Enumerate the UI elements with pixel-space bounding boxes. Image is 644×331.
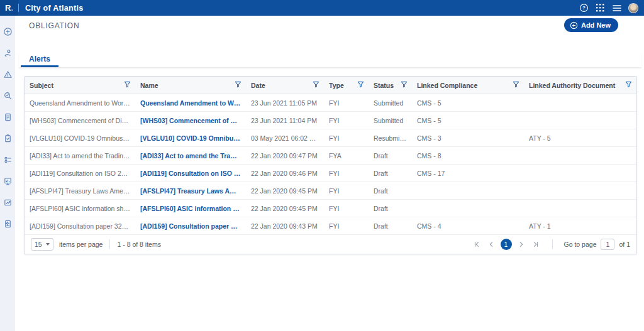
- table-row: [ADI33] Act to amend the Trading (Allowa…: [25, 147, 636, 165]
- filter-icon[interactable]: [313, 81, 319, 89]
- column-header-subject: Subject: [25, 81, 135, 89]
- page-size-select[interactable]: 15: [31, 238, 53, 251]
- add-circle-icon[interactable]: [0, 21, 15, 42]
- table-row: [ADI159] Consultation paper 321 whistleb…: [25, 217, 636, 235]
- alert-name-link[interactable]: Queensland Amendment to Work Health a...: [140, 99, 241, 107]
- cell-status: Resubmitted: [369, 134, 412, 142]
- app-title: City of Atlantis: [25, 4, 84, 13]
- alert-triangle-icon[interactable]: [0, 63, 15, 85]
- cell-type: FYI: [324, 117, 369, 124]
- chart-board-icon[interactable]: [0, 170, 15, 192]
- cell-subject: [ADI159] Consultation paper 321 whistleb…: [25, 222, 135, 230]
- cell-date: 22 Jan 2020 09:45 PM: [246, 205, 324, 212]
- column-label: Linked Authority Document: [529, 82, 615, 89]
- person-service-icon[interactable]: [0, 42, 15, 63]
- filter-icon[interactable]: [401, 81, 408, 89]
- document-settings-icon[interactable]: [0, 213, 15, 234]
- cell-date: 22 Jan 2020 09:45 PM: [246, 187, 324, 195]
- user-avatar[interactable]: [628, 3, 638, 13]
- filter-icon[interactable]: [513, 81, 519, 89]
- last-page-button[interactable]: [531, 239, 541, 249]
- chevron-down-icon: [46, 243, 50, 246]
- column-header-linked-authority-document: Linked Authority Document: [524, 81, 636, 89]
- cell-status: Draft: [369, 187, 412, 195]
- add-new-button[interactable]: Add New: [564, 18, 618, 32]
- filter-icon[interactable]: [357, 81, 364, 89]
- column-header-linked-compliance: Linked Compliance: [412, 81, 524, 89]
- column-header-type: Type: [324, 81, 369, 89]
- first-page-button[interactable]: [472, 239, 482, 249]
- app-logo[interactable]: R.: [0, 0, 18, 16]
- cell-linked-compliance: CMS - 4: [412, 222, 524, 230]
- cell-subject: [AFSLPI47] Treasury Laws Amendment (End.…: [25, 187, 135, 195]
- alert-name-link[interactable]: [AFSLPI47] Treasury Laws Amendment (En..…: [140, 187, 241, 195]
- trend-icon[interactable]: [0, 192, 15, 213]
- clipboard-check-icon[interactable]: [0, 128, 15, 149]
- alert-name-link[interactable]: [ADI159] Consultation paper 321 whistleb…: [140, 222, 241, 230]
- logo-divider: [18, 4, 19, 12]
- table-row: [VLGLU10] COVID-19 Omnibus (Emergency ..…: [25, 129, 636, 147]
- svg-text:?: ?: [582, 5, 586, 11]
- cell-subject: [VLGLU10] COVID-19 Omnibus (Emergency ..…: [25, 134, 135, 142]
- table-row: [WHS03] Commencement of Div 4 Work H... …: [25, 112, 636, 129]
- alert-name-link[interactable]: [ADI119] Consultation on ISO 20022 Migra…: [140, 170, 241, 177]
- page-size-value: 15: [35, 241, 42, 248]
- cell-date: 23 Jun 2021 11:04 PM: [246, 117, 324, 124]
- alert-name-link[interactable]: [WHS03] Commencement of Div 4 Work H...: [140, 117, 241, 124]
- cell-name: [VLGLU10] COVID-19 Omnibus (Emergency...: [135, 134, 246, 142]
- task-list-icon[interactable]: [0, 149, 15, 170]
- column-header-status: Status: [369, 81, 412, 89]
- tab-strip: Alerts: [19, 53, 641, 68]
- current-page-button[interactable]: 1: [501, 239, 512, 250]
- column-label: Status: [374, 82, 394, 89]
- filter-icon[interactable]: [625, 81, 632, 89]
- pagination-bar: 15 items per page 1 - 8 of 8 items 1 Go …: [25, 235, 636, 254]
- filter-icon[interactable]: [235, 81, 242, 89]
- page-title: OBLIGATION: [29, 21, 79, 30]
- cell-linked-compliance: CMS - 5: [412, 117, 524, 124]
- go-to-page-input[interactable]: [601, 239, 614, 250]
- cell-subject: Queensland Amendment to Work Health an..…: [25, 99, 135, 107]
- cell-date: 03 May 2021 06:02 PM: [246, 134, 324, 142]
- cell-linked-authority-document: ATY - 5: [524, 134, 636, 142]
- cell-subject: [AFSLPI60] ASIC information sheet 240 fo…: [25, 205, 135, 212]
- cell-name: [ADI159] Consultation paper 321 whistleb…: [135, 222, 246, 230]
- add-new-label: Add New: [581, 21, 611, 29]
- column-header-name: Name: [135, 81, 246, 89]
- next-page-button[interactable]: [516, 239, 526, 249]
- tab-alerts[interactable]: Alerts: [21, 55, 58, 67]
- cell-type: FYI: [324, 134, 369, 142]
- table-row: [AFSLPI60] ASIC information sheet 240 fo…: [25, 200, 636, 217]
- hamburger-menu-icon[interactable]: [612, 3, 621, 13]
- table-header-row: Subject Name Date Type Status Linked Com…: [25, 77, 636, 94]
- alert-name-link[interactable]: [AFSLPI60] ASIC information sheet 240 fo…: [140, 205, 241, 212]
- table-row: [AFSLPI47] Treasury Laws Amendment (End.…: [25, 182, 636, 200]
- cell-type: FYA: [324, 152, 369, 160]
- alert-name-link[interactable]: [ADI33] Act to amend the Trading (Allowa…: [140, 152, 241, 160]
- cell-linked-compliance: CMS - 8: [412, 152, 524, 160]
- help-icon[interactable]: ?: [579, 3, 589, 13]
- cell-type: FYI: [324, 170, 369, 177]
- left-sidebar: [0, 16, 15, 331]
- cell-status: Draft: [369, 170, 412, 177]
- cell-subject: [ADI119] Consultation on ISO 20022 Migra…: [25, 170, 135, 177]
- cell-name: [WHS03] Commencement of Div 4 Work H...: [135, 117, 246, 124]
- previous-page-button[interactable]: [486, 239, 496, 249]
- document-icon[interactable]: [0, 106, 15, 128]
- cell-name: [ADI119] Consultation on ISO 20022 Migra…: [135, 170, 246, 177]
- alert-name-link[interactable]: [VLGLU10] COVID-19 Omnibus (Emergency...: [140, 134, 241, 142]
- cell-name: [ADI33] Act to amend the Trading (Allowa…: [135, 152, 246, 160]
- cell-type: FYI: [324, 222, 369, 230]
- search-check-icon[interactable]: [0, 85, 15, 106]
- table-row: [ADI119] Consultation on ISO 20022 Migra…: [25, 165, 636, 182]
- table-row: Queensland Amendment to Work Health an..…: [25, 94, 636, 112]
- items-per-page-label: items per page: [59, 241, 103, 248]
- plus-circle-icon: [570, 21, 578, 30]
- cell-status: Draft: [369, 222, 412, 230]
- cell-date: 22 Jan 2020 09:46 PM: [246, 170, 324, 177]
- of-total-pages-label: of 1: [619, 241, 630, 248]
- cell-status: Submitted: [369, 117, 412, 124]
- apps-grid-icon[interactable]: [596, 3, 605, 13]
- filter-icon[interactable]: [124, 81, 131, 89]
- cell-type: FYI: [324, 205, 369, 212]
